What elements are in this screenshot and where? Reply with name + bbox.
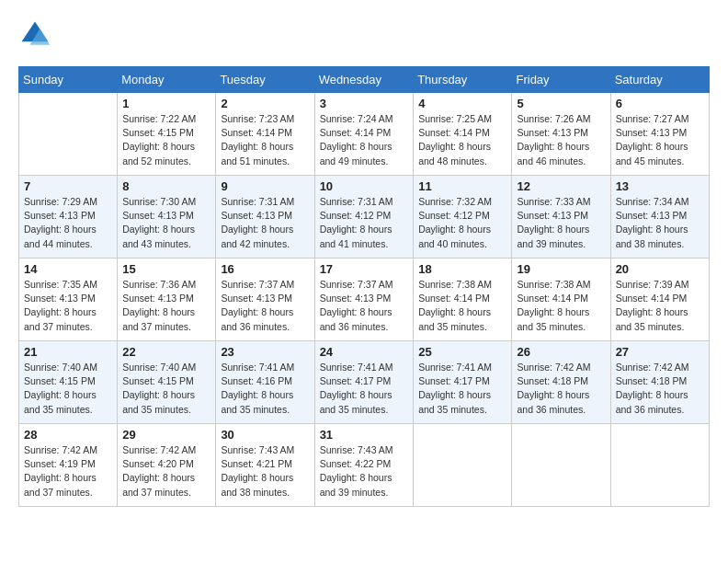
calendar-cell: 13Sunrise: 7:34 AMSunset: 4:13 PMDayligh… <box>610 176 709 259</box>
day-number: 7 <box>24 179 112 193</box>
day-info: Sunrise: 7:41 AMSunset: 4:17 PMDaylight:… <box>418 361 506 417</box>
day-number: 22 <box>122 345 210 359</box>
day-number: 17 <box>320 262 409 276</box>
day-info: Sunrise: 7:27 AMSunset: 4:13 PMDaylight:… <box>616 112 704 168</box>
day-info: Sunrise: 7:37 AMSunset: 4:13 PMDaylight:… <box>320 278 409 334</box>
logo-icon <box>18 18 51 52</box>
calendar-header-row: SundayMondayTuesdayWednesdayThursdayFrid… <box>19 67 710 93</box>
day-info: Sunrise: 7:42 AMSunset: 4:19 PMDaylight:… <box>24 443 112 500</box>
day-number: 13 <box>616 179 704 193</box>
day-info: Sunrise: 7:35 AMSunset: 4:13 PMDaylight:… <box>24 278 112 334</box>
day-number: 16 <box>221 262 309 276</box>
day-info: Sunrise: 7:42 AMSunset: 4:18 PMDaylight:… <box>517 361 605 417</box>
col-header-tuesday: Tuesday <box>216 67 314 93</box>
calendar-cell: 27Sunrise: 7:42 AMSunset: 4:18 PMDayligh… <box>610 341 709 424</box>
calendar-cell: 29Sunrise: 7:42 AMSunset: 4:20 PMDayligh… <box>118 424 216 507</box>
calendar-cell: 16Sunrise: 7:37 AMSunset: 4:13 PMDayligh… <box>216 259 314 341</box>
day-info: Sunrise: 7:22 AMSunset: 4:15 PMDaylight:… <box>122 112 210 168</box>
calendar-week-row: 14Sunrise: 7:35 AMSunset: 4:13 PMDayligh… <box>19 259 710 341</box>
day-number: 10 <box>320 179 409 193</box>
day-number: 11 <box>418 179 506 193</box>
calendar-cell: 14Sunrise: 7:35 AMSunset: 4:13 PMDayligh… <box>19 259 118 341</box>
day-info: Sunrise: 7:37 AMSunset: 4:13 PMDaylight:… <box>221 278 309 334</box>
calendar-cell: 7Sunrise: 7:29 AMSunset: 4:13 PMDaylight… <box>19 176 118 259</box>
col-header-saturday: Saturday <box>610 67 709 93</box>
day-info: Sunrise: 7:33 AMSunset: 4:13 PMDaylight:… <box>517 195 605 251</box>
day-number: 29 <box>122 428 210 442</box>
calendar-week-row: 21Sunrise: 7:40 AMSunset: 4:15 PMDayligh… <box>19 341 710 424</box>
day-number: 12 <box>517 179 605 193</box>
day-info: Sunrise: 7:41 AMSunset: 4:16 PMDaylight:… <box>221 361 309 417</box>
day-number: 18 <box>418 262 506 276</box>
calendar-cell: 22Sunrise: 7:40 AMSunset: 4:15 PMDayligh… <box>118 341 216 424</box>
col-header-sunday: Sunday <box>19 67 118 93</box>
day-number: 9 <box>221 179 309 193</box>
calendar-week-row: 1Sunrise: 7:22 AMSunset: 4:15 PMDaylight… <box>19 93 710 176</box>
day-info: Sunrise: 7:23 AMSunset: 4:14 PMDaylight:… <box>221 112 309 168</box>
day-info: Sunrise: 7:31 AMSunset: 4:12 PMDaylight:… <box>320 195 409 251</box>
day-info: Sunrise: 7:30 AMSunset: 4:13 PMDaylight:… <box>122 195 210 251</box>
day-info: Sunrise: 7:32 AMSunset: 4:12 PMDaylight:… <box>418 195 506 251</box>
day-info: Sunrise: 7:31 AMSunset: 4:13 PMDaylight:… <box>221 195 309 251</box>
calendar-cell: 26Sunrise: 7:42 AMSunset: 4:18 PMDayligh… <box>512 341 610 424</box>
calendar-cell <box>512 424 610 507</box>
col-header-friday: Friday <box>512 67 610 93</box>
day-number: 20 <box>616 262 704 276</box>
day-info: Sunrise: 7:41 AMSunset: 4:17 PMDaylight:… <box>320 361 409 417</box>
calendar-cell: 23Sunrise: 7:41 AMSunset: 4:16 PMDayligh… <box>216 341 314 424</box>
calendar-cell <box>414 424 512 507</box>
calendar-cell: 6Sunrise: 7:27 AMSunset: 4:13 PMDaylight… <box>610 93 709 176</box>
day-info: Sunrise: 7:38 AMSunset: 4:14 PMDaylight:… <box>517 278 605 334</box>
calendar-table: SundayMondayTuesdayWednesdayThursdayFrid… <box>18 66 710 507</box>
day-info: Sunrise: 7:42 AMSunset: 4:18 PMDaylight:… <box>616 361 704 417</box>
calendar-cell: 19Sunrise: 7:38 AMSunset: 4:14 PMDayligh… <box>512 259 610 341</box>
logo <box>18 18 55 52</box>
day-info: Sunrise: 7:26 AMSunset: 4:13 PMDaylight:… <box>517 112 605 168</box>
calendar-cell: 4Sunrise: 7:25 AMSunset: 4:14 PMDaylight… <box>414 93 512 176</box>
calendar-cell: 31Sunrise: 7:43 AMSunset: 4:22 PMDayligh… <box>314 424 414 507</box>
calendar-cell: 24Sunrise: 7:41 AMSunset: 4:17 PMDayligh… <box>314 341 414 424</box>
calendar-cell: 10Sunrise: 7:31 AMSunset: 4:12 PMDayligh… <box>314 176 414 259</box>
calendar-cell <box>19 93 118 176</box>
day-info: Sunrise: 7:42 AMSunset: 4:20 PMDaylight:… <box>122 443 210 500</box>
day-number: 5 <box>517 97 605 110</box>
calendar-cell: 2Sunrise: 7:23 AMSunset: 4:14 PMDaylight… <box>216 93 314 176</box>
page-header <box>18 18 710 52</box>
col-header-thursday: Thursday <box>414 67 512 93</box>
day-number: 19 <box>517 262 605 276</box>
day-number: 24 <box>320 345 409 359</box>
day-number: 8 <box>122 179 210 193</box>
day-number: 31 <box>320 428 409 442</box>
calendar-cell: 18Sunrise: 7:38 AMSunset: 4:14 PMDayligh… <box>414 259 512 341</box>
calendar-cell: 17Sunrise: 7:37 AMSunset: 4:13 PMDayligh… <box>314 259 414 341</box>
day-number: 6 <box>616 97 704 110</box>
day-info: Sunrise: 7:36 AMSunset: 4:13 PMDaylight:… <box>122 278 210 334</box>
calendar-cell: 8Sunrise: 7:30 AMSunset: 4:13 PMDaylight… <box>118 176 216 259</box>
day-number: 15 <box>122 262 210 276</box>
calendar-cell: 21Sunrise: 7:40 AMSunset: 4:15 PMDayligh… <box>19 341 118 424</box>
calendar-cell: 30Sunrise: 7:43 AMSunset: 4:21 PMDayligh… <box>216 424 314 507</box>
day-info: Sunrise: 7:39 AMSunset: 4:14 PMDaylight:… <box>616 278 704 334</box>
col-header-monday: Monday <box>118 67 216 93</box>
day-number: 21 <box>24 345 112 359</box>
calendar-cell: 3Sunrise: 7:24 AMSunset: 4:14 PMDaylight… <box>314 93 414 176</box>
day-number: 25 <box>418 345 506 359</box>
col-header-wednesday: Wednesday <box>314 67 414 93</box>
calendar-cell: 5Sunrise: 7:26 AMSunset: 4:13 PMDaylight… <box>512 93 610 176</box>
day-info: Sunrise: 7:29 AMSunset: 4:13 PMDaylight:… <box>24 195 112 251</box>
day-number: 28 <box>24 428 112 442</box>
day-info: Sunrise: 7:40 AMSunset: 4:15 PMDaylight:… <box>122 361 210 417</box>
day-info: Sunrise: 7:43 AMSunset: 4:21 PMDaylight:… <box>221 443 309 500</box>
calendar-cell: 20Sunrise: 7:39 AMSunset: 4:14 PMDayligh… <box>610 259 709 341</box>
calendar-cell: 11Sunrise: 7:32 AMSunset: 4:12 PMDayligh… <box>414 176 512 259</box>
day-number: 3 <box>320 97 409 110</box>
calendar-cell: 12Sunrise: 7:33 AMSunset: 4:13 PMDayligh… <box>512 176 610 259</box>
calendar-cell: 9Sunrise: 7:31 AMSunset: 4:13 PMDaylight… <box>216 176 314 259</box>
day-number: 4 <box>418 97 506 110</box>
calendar-cell: 1Sunrise: 7:22 AMSunset: 4:15 PMDaylight… <box>118 93 216 176</box>
day-number: 14 <box>24 262 112 276</box>
day-number: 2 <box>221 97 309 110</box>
day-info: Sunrise: 7:38 AMSunset: 4:14 PMDaylight:… <box>418 278 506 334</box>
day-info: Sunrise: 7:43 AMSunset: 4:22 PMDaylight:… <box>320 443 409 500</box>
day-info: Sunrise: 7:34 AMSunset: 4:13 PMDaylight:… <box>616 195 704 251</box>
